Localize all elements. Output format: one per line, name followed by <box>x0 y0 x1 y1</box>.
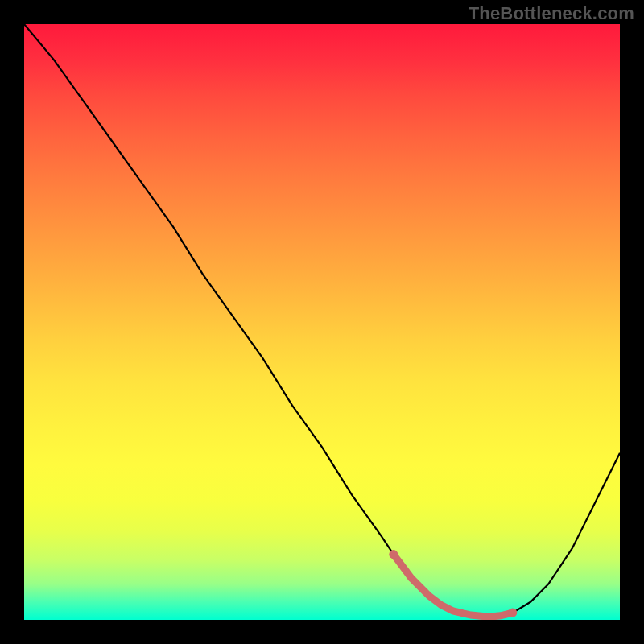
watermark-label: TheBottleneck.com <box>469 3 634 24</box>
chart-container: TheBottleneck.com <box>0 0 644 644</box>
series-highlight <box>394 555 513 617</box>
highlight-start-dot <box>389 550 398 559</box>
highlight-end-dot <box>508 609 517 617</box>
series-curve <box>24 24 620 617</box>
curve-layer <box>24 24 620 620</box>
plot-area <box>24 24 620 620</box>
